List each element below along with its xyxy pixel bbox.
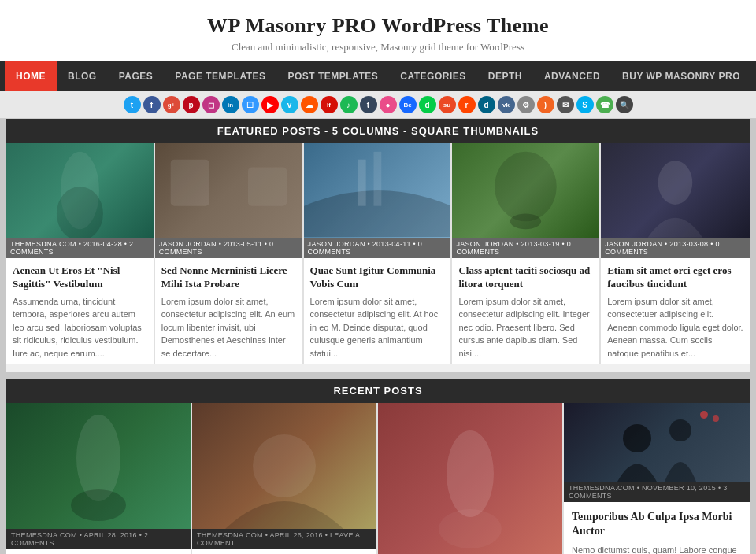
settings-icon[interactable]: ⚙ [517, 96, 535, 113]
recent-card-0: THEMESDNA.COM • APRIL 28, 2016 • 2 COMME… [6, 403, 192, 554]
svg-point-23 [623, 424, 651, 452]
recent-card-3-text: Nemo dictumst quis, quam! Labore congue … [572, 544, 742, 554]
featured-card-3-meta: JASON JORDAN • 2013-03-19 • 0 COMMENTS [452, 238, 599, 258]
svg-rect-4 [170, 160, 209, 206]
digg-icon[interactable]: d [478, 96, 495, 113]
featured-card-4-body: Etiam sit amet orci eget eros faucibus t… [601, 258, 750, 364]
recent-card-2-image [378, 403, 562, 554]
featured-card-2-body: Quae Sunt Igitur Communia Vobis Cum Lore… [304, 258, 451, 364]
featured-card-1-body: Sed Nonne Merninisti Licere Mihi Ista Pr… [155, 258, 302, 364]
featured-card-3-body: Class aptent taciti sociosqu ad litora t… [452, 258, 599, 364]
featured-card-4-image [601, 143, 750, 238]
pinterest-icon[interactable]: p [183, 96, 200, 113]
main-nav: HOME BLOG PAGES PAGE TEMPLATES POST TEMP… [0, 61, 756, 91]
svg-point-16 [71, 489, 126, 521]
nav-depth[interactable]: DEPTH [477, 61, 533, 91]
recent-card-3-meta: THEMESDNA.COM • NOVEMBER 10, 2015 • 3 CO… [564, 482, 750, 502]
recent-card-1-image [192, 403, 376, 529]
phone-icon[interactable]: ☎ [596, 96, 613, 113]
nav-pages[interactable]: PAGES [108, 61, 165, 91]
featured-card-4-text: Lorem ipsum dolor sit amet, consectetuer… [607, 295, 743, 360]
nav-categories[interactable]: CATEGORIES [389, 61, 476, 91]
nav-advanced[interactable]: ADVANCED [533, 61, 611, 91]
featured-card-3: JASON JORDAN • 2013-03-19 • 0 COMMENTS C… [452, 143, 601, 364]
svg-rect-22 [566, 403, 747, 482]
svg-rect-7 [358, 160, 365, 206]
behance-icon[interactable]: Be [399, 96, 417, 113]
featured-card-0-image [6, 143, 154, 238]
svg-point-25 [700, 411, 708, 419]
rss-icon[interactable]: ) [537, 96, 554, 113]
site-title: WP Masonry PRO WordPress Theme [8, 14, 748, 38]
featured-card-1-meta: JASON JORDAN • 2013-05-11 • 0 COMMENTS [155, 238, 302, 258]
featured-card-4-title[interactable]: Etiam sit amet orci eget eros faucibus t… [607, 264, 743, 291]
svg-point-18 [253, 434, 316, 497]
skype-icon[interactable]: S [576, 96, 594, 113]
svg-point-21 [439, 509, 502, 548]
vk-icon[interactable]: vk [498, 96, 515, 113]
dribbble-icon[interactable]: ● [380, 96, 397, 113]
social-bar: t f g+ p ◻ in ☐ ▶ v ☁ lf ♪ t ● Be d su r… [0, 91, 756, 119]
featured-card-4: JASON JORDAN • 2013-03-08 • 0 COMMENTS E… [601, 143, 750, 364]
site-tagline: Clean and minimalistic, responsive, Maso… [8, 41, 748, 54]
featured-card-2-image [304, 143, 451, 238]
svg-rect-5 [248, 168, 287, 206]
recent-section: RECENT POSTS THEMESDNA.COM • APRIL 28, 2… [6, 379, 750, 554]
vimeo-icon[interactable]: v [281, 96, 298, 113]
delicious-icon[interactable]: ☐ [242, 96, 259, 113]
featured-card-0-text: Assumenda urna, tincidunt tempora, asper… [13, 295, 147, 360]
recent-card-1-meta: THEMESDNA.COM • APRIL 26, 2016 • LEAVE A… [192, 529, 376, 549]
reddit-icon[interactable]: r [458, 96, 476, 113]
featured-card-3-title[interactable]: Class aptent taciti sociosqu ad litora t… [458, 264, 593, 291]
featured-card-1-text: Lorem ipsum dolor sit amet, consectetur … [161, 295, 296, 360]
tumblr-icon[interactable]: t [360, 96, 377, 113]
instagram-icon[interactable]: ◻ [202, 96, 220, 113]
svg-point-26 [713, 416, 719, 422]
facebook-icon[interactable]: f [143, 96, 161, 113]
stumbleupon-icon[interactable]: su [439, 96, 456, 113]
recent-card-3-image [564, 403, 750, 482]
recent-card-0-meta: THEMESDNA.COM • APRIL 28, 2016 • 2 COMME… [6, 529, 191, 549]
featured-card-0-body: Aenean Ut Eros Et "Nisl Sagittis" Vestib… [6, 258, 154, 364]
featured-card-1-image [155, 143, 302, 238]
featured-grid: THEMESDNA.COM • 2016-04-28 • 2 COMMENTS … [6, 143, 750, 364]
recent-card-3-body: Temporibus Ab Culpa Ipsa Morbi Auctor Ne… [564, 502, 750, 554]
featured-card-2-text: Lorem ipsum dolor sit amet, consectetur … [310, 295, 445, 360]
site-header: WP Masonry PRO WordPress Theme Clean and… [0, 0, 756, 61]
nav-post-templates[interactable]: POST TEMPLATES [277, 61, 390, 91]
search-icon[interactable]: 🔍 [616, 96, 633, 113]
featured-card-1: JASON JORDAN • 2013-05-11 • 0 COMMENTS S… [155, 143, 304, 364]
svg-rect-8 [373, 152, 381, 206]
youtube-icon[interactable]: ▶ [261, 96, 279, 113]
recent-card-0-body: Aenean Ut Eros Et "Nisl Sagittis" Vestib… [6, 549, 191, 554]
nav-buy[interactable]: BUY WP MASONRY PRO [611, 61, 751, 91]
nav-blog[interactable]: BLOG [57, 61, 108, 91]
featured-card-2-title[interactable]: Quae Sunt Igitur Communia Vobis Cum [310, 264, 445, 291]
recent-card-2: THEMESDNA.COM • APRIL 20, 2016 • LEAVE A… [378, 403, 564, 554]
mail-icon[interactable]: ✉ [557, 96, 574, 113]
svg-point-20 [447, 430, 494, 517]
recent-card-3: THEMESDNA.COM • NOVEMBER 10, 2015 • 3 CO… [564, 403, 750, 554]
nav-page-templates[interactable]: PAGE TEMPLATES [164, 61, 276, 91]
featured-card-4-meta: JASON JORDAN • 2013-03-08 • 0 COMMENTS [601, 238, 750, 258]
recent-card-0-image [6, 403, 191, 529]
recent-card-3-title[interactable]: Temporibus Ab Culpa Ipsa Morbi Auctor [572, 510, 742, 538]
nav-home[interactable]: HOME [5, 61, 57, 91]
svg-point-11 [510, 213, 541, 229]
featured-section: FEATURED POSTS - 5 COLUMNS - SQUARE THUM… [6, 119, 750, 372]
deviantart-icon[interactable]: d [419, 96, 436, 113]
soundcloud-icon[interactable]: ☁ [301, 96, 318, 113]
featured-card-3-image [452, 143, 599, 238]
svg-point-10 [495, 152, 557, 221]
google-plus-icon[interactable]: g+ [163, 96, 180, 113]
featured-card-0-title[interactable]: Aenean Ut Eros Et "Nisl Sagittis" Vestib… [13, 264, 147, 291]
svg-point-15 [76, 415, 120, 501]
spotify-icon[interactable]: ♪ [340, 96, 358, 113]
featured-card-1-title[interactable]: Sed Nonne Merninisti Licere Mihi Ista Pr… [161, 264, 296, 291]
lastfm-icon[interactable]: lf [321, 96, 338, 113]
recent-card-1-body: Aliquid Voluplatem Torquent Sunt Incepto… [192, 549, 376, 554]
featured-card-0: THEMESDNA.COM • 2016-04-28 • 2 COMMENTS … [6, 143, 155, 364]
linkedin-icon[interactable]: in [222, 96, 239, 113]
twitter-icon[interactable]: t [124, 96, 141, 113]
featured-card-0-meta: THEMESDNA.COM • 2016-04-28 • 2 COMMENTS [6, 238, 154, 258]
